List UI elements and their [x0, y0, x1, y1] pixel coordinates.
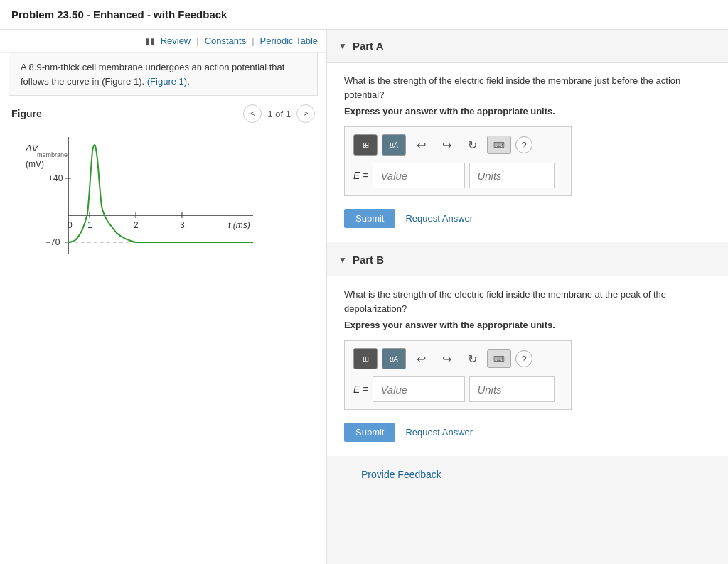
periodic-table-link[interactable]: Periodic Table [260, 36, 318, 46]
part-a-section: ▼ Part A What is the strength of the ele… [327, 30, 728, 242]
action-potential-graph: ΔV membrane (mV) +40 −70 0 1 2 3 t (ms) [11, 130, 267, 279]
figure-page: 1 of 1 [267, 109, 291, 119]
provide-feedback-link[interactable]: Provide Feedback [344, 457, 459, 492]
figure-next-button[interactable]: > [296, 104, 315, 123]
part-b-request-answer-link[interactable]: Request Answer [405, 427, 473, 438]
part-a-content: What is the strength of the electric fie… [327, 62, 728, 242]
left-toolbar: ▮▮ Review | Constants | Periodic Table [0, 30, 326, 53]
svg-text:0: 0 [68, 220, 73, 230]
part-b-input-row: E = [353, 376, 562, 402]
part-b-redo-button[interactable]: ↪ [436, 348, 457, 369]
part-a-submit-button[interactable]: Submit [344, 209, 395, 228]
part-b-content: What is the strength of the electric fie… [327, 276, 728, 456]
problem-text: A 8.9-nm-thick cell membrane undergoes a… [9, 53, 318, 96]
figure-title: Figure [11, 108, 42, 119]
right-panel: ▼ Part A What is the strength of the ele… [327, 30, 728, 564]
part-b-units-input[interactable] [469, 376, 555, 402]
part-a-question: What is the strength of the electric fie… [344, 74, 711, 102]
part-b-unit-button[interactable]: μA [382, 348, 406, 369]
figure-link[interactable]: (Figure 1) [147, 76, 187, 87]
svg-text:+40: +40 [48, 173, 63, 183]
part-b-question: What is the strength of the electric fie… [344, 288, 711, 315]
part-a-answer-box: ⊞ μA ↩ ↪ ↻ ⌨ ? E = [344, 126, 572, 196]
svg-text:(mV): (mV) [26, 159, 44, 169]
part-b-eq-label: E = [353, 384, 368, 395]
part-b-submit-button[interactable]: Submit [344, 423, 395, 442]
figure-header: Figure < 1 of 1 > [11, 104, 315, 123]
part-a-refresh-button[interactable]: ↻ [461, 134, 483, 156]
part-b-answer-box: ⊞ μA ↩ ↪ ↻ ⌨ ? E = [344, 340, 572, 410]
part-b-header: ▼ Part B [327, 244, 728, 276]
part-b-actions: Submit Request Answer [344, 423, 711, 442]
part-a-instruction: Express your answer with the appropriate… [344, 106, 711, 116]
part-a-collapse-icon[interactable]: ▼ [338, 41, 347, 51]
part-b-help-button[interactable]: ? [515, 350, 532, 367]
separator-2: | [252, 36, 254, 46]
part-a-keyboard-button[interactable]: ⌨ [487, 136, 511, 154]
svg-text:−70: −70 [46, 237, 60, 247]
part-a-undo-button[interactable]: ↩ [410, 134, 432, 156]
part-a-unit-button[interactable]: μA [382, 134, 406, 156]
part-a-header: ▼ Part A [327, 30, 728, 62]
part-b-section: ▼ Part B What is the strength of the ele… [327, 244, 728, 456]
feedback-section: Provide Feedback [327, 457, 728, 492]
part-a-input-row: E = [353, 163, 562, 188]
figure-prev-button[interactable]: < [243, 104, 262, 123]
svg-text:1: 1 [87, 220, 92, 230]
svg-text:3: 3 [180, 220, 185, 230]
review-icon: ▮▮ [145, 36, 155, 46]
part-b-grid-button[interactable]: ⊞ [353, 348, 378, 369]
part-a-request-answer-link[interactable]: Request Answer [405, 213, 473, 224]
page-title: Problem 23.50 - Enhanced - with Feedback [0, 0, 728, 30]
svg-text:membrane: membrane [37, 151, 68, 158]
figure-section: Figure < 1 of 1 > ΔV membrane (mV) +40 [0, 96, 326, 290]
part-a-help-button[interactable]: ? [515, 136, 532, 153]
part-a-actions: Submit Request Answer [344, 209, 711, 228]
part-a-redo-button[interactable]: ↪ [436, 134, 457, 156]
part-a-toolbar: ⊞ μA ↩ ↪ ↻ ⌨ ? [353, 134, 562, 156]
constants-link[interactable]: Constants [205, 36, 247, 46]
figure-nav: < 1 of 1 > [243, 104, 315, 123]
part-a-label: Part A [353, 40, 384, 52]
part-b-undo-button[interactable]: ↩ [410, 348, 432, 369]
part-b-value-input[interactable] [373, 376, 465, 402]
part-a-units-input[interactable] [469, 163, 555, 188]
part-b-collapse-icon[interactable]: ▼ [338, 255, 347, 265]
part-a-eq-label: E = [353, 170, 368, 181]
svg-text:2: 2 [134, 220, 139, 230]
review-link[interactable]: Review [161, 36, 191, 46]
part-b-label: Part B [353, 254, 384, 266]
part-b-toolbar: ⊞ μA ↩ ↪ ↻ ⌨ ? [353, 348, 562, 369]
part-a-grid-button[interactable]: ⊞ [353, 134, 378, 156]
separator-1: | [196, 36, 198, 46]
left-panel: ▮▮ Review | Constants | Periodic Table A… [0, 30, 327, 564]
part-b-instruction: Express your answer with the appropriate… [344, 320, 711, 330]
svg-text:t (ms): t (ms) [228, 220, 250, 230]
part-b-refresh-button[interactable]: ↻ [461, 348, 483, 369]
part-b-keyboard-button[interactable]: ⌨ [487, 349, 511, 368]
part-a-value-input[interactable] [373, 163, 465, 188]
